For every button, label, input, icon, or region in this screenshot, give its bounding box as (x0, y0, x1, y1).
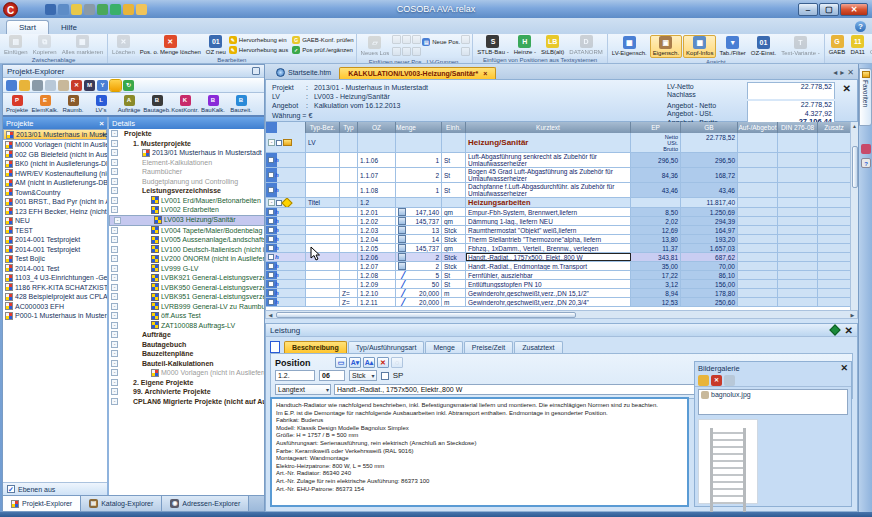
cell-kurz[interactable]: Therm Stellantrieb "Thermozone"alpha, li… (466, 235, 631, 243)
cell-kurz[interactable]: Dämmung 1-lag., liefern NEU (466, 217, 631, 225)
move-up-icon[interactable]: A▴ (363, 357, 375, 368)
tree-item[interactable]: -LV002 Erdarbeiten (109, 205, 264, 215)
row-checkbox[interactable] (268, 290, 274, 296)
tree-item[interactable]: -Aufträge (109, 330, 264, 340)
project-list-item[interactable]: BK0 (nicht in Auslieferungs-DB) (3, 159, 107, 169)
expand-icon[interactable]: - (111, 227, 118, 234)
tree-item[interactable]: -LV004 Tapete/Maler/Bodenbelag (109, 226, 264, 236)
tree-item[interactable]: -ZAT100088 Auftrags-LV (109, 321, 264, 331)
refresh-icon[interactable]: ↻ (123, 80, 134, 91)
collapse-icon[interactable]: - (268, 199, 275, 206)
ribbon-button-neue-pos-[interactable]: ▤Neue Pos. (422, 37, 460, 47)
close-icon[interactable]: ✕ (843, 83, 851, 94)
cell-kurz[interactable]: Luft-Abgasführung senkrecht als Zubehör … (466, 153, 631, 167)
nav-button-projekte[interactable]: PProjekte (3, 95, 31, 113)
new-project-icon[interactable] (6, 80, 17, 91)
move-down-icon[interactable]: A▾ (349, 357, 361, 368)
nav-button-raumb-[interactable]: RRaumb. (59, 95, 87, 113)
table-row-1.2.10[interactable]: hZ=1.2.10╱20,000mGewinderohr,geschweißt,… (266, 289, 850, 298)
cell-kurz[interactable]: Dachpfanne f.Luft-Abgasdurchführ. als Zu… (466, 183, 631, 197)
tree-item[interactable]: -Bautagebuch (109, 340, 264, 350)
favorites-tab[interactable]: Favoriten (859, 68, 872, 126)
table-row-1.2.08[interactable]: h1.2.08╱5StFernfühler, ausziehbar17,2286… (266, 271, 850, 280)
table-row-1.2.05[interactable]: h1.2.05145,737qmFbhzg., 1xDamm., Verteil… (266, 244, 850, 253)
mini-icon[interactable] (392, 35, 401, 44)
ribbon-button-stlb-bau-[interactable]: SSTLB-Bau - (475, 35, 510, 56)
expand-icon[interactable]: - (114, 217, 121, 224)
lock-icon[interactable]: ◌ (391, 357, 403, 368)
close-icon[interactable]: ✕ (840, 363, 848, 373)
copy-icon[interactable] (724, 375, 735, 386)
project-list-item[interactable]: M000 Vorlagen (nicht in Auslieferu (3, 140, 107, 150)
close-button[interactable]: ✕ (840, 3, 868, 16)
row-checkbox[interactable] (268, 281, 274, 287)
scroll-right-icon[interactable]: ▸ (840, 68, 844, 77)
help-doc-icon[interactable]: ? (861, 158, 871, 168)
project-list-item[interactable]: 123 EFH Becker, Heinz (nicht in A (3, 207, 107, 217)
expand-icon[interactable]: - (111, 246, 118, 253)
leistung-tab-typ-ausf-hrungsart[interactable]: Typ/Ausführungsart (348, 341, 425, 353)
oz-prefix-field[interactable]: 1.2. (275, 370, 315, 381)
close-icon[interactable]: ✕ (847, 68, 854, 77)
tree-item[interactable]: -LV005 Aussenanlage/Landschaftsbau (109, 235, 264, 245)
tree-item[interactable]: -1. Musterprojekte (109, 139, 264, 149)
ribbon-button-gaeb[interactable]: GGAEB (827, 35, 848, 56)
tree-item[interactable]: -M000 Vorlagen (nicht in Auslieferungs-D… (109, 368, 264, 378)
expand-icon[interactable]: - (111, 303, 118, 310)
cell-kurz[interactable]: Bogen 45 Grad Luft-Abgasführung als Zube… (466, 168, 631, 182)
row-checkbox[interactable] (268, 245, 274, 251)
project-list-item[interactable]: 1103_4 U3-Einrichtungen -Gesam (3, 273, 107, 283)
scroll-up-icon[interactable]: ▲ (851, 122, 858, 130)
tree-item[interactable]: -LV100 Deutsch-Italienisch (nicht in Aus… (109, 245, 264, 255)
project-list-item[interactable]: NEU (3, 216, 107, 226)
scroll-left-icon[interactable]: ◀ (266, 311, 275, 319)
nav-button-kostkontr-[interactable]: KKostKontr. (171, 95, 199, 113)
text-kind-select[interactable]: Langtext (275, 384, 331, 395)
row-checkbox[interactable] (268, 299, 274, 305)
cell-kurz[interactable]: Gewinderohr,geschweißt,verz.,DN 20,3/4" (466, 298, 631, 306)
column-header-tree[interactable] (266, 122, 306, 133)
ribbon-button-oz-einst-[interactable]: 01OZ-Einst. (749, 36, 778, 57)
leistung-tab-beschreibung[interactable]: Beschreibung (284, 341, 347, 353)
tree-item[interactable]: -LVRB999 General-LV zu Raumbuch (109, 302, 264, 312)
project-list-item[interactable]: 428 Beispielprojekt aus CPLAN (3, 292, 107, 302)
project-list-item[interactable]: AM (nicht in Auslieferungs-DB) (3, 178, 107, 188)
ribbon-button-onorm-[interactable]: ÖONORM - (868, 35, 872, 56)
row-checkbox[interactable] (268, 236, 274, 242)
ribbon-button-kopieren[interactable]: ⧉Kopieren (31, 35, 59, 56)
expand-icon[interactable]: - (111, 398, 118, 405)
paste-icon[interactable] (58, 80, 69, 91)
preview-icon[interactable] (97, 4, 108, 15)
project-list-item[interactable]: 2013/01 Musterhaus in Musterstad (3, 129, 107, 140)
collapse-icon[interactable]: - (268, 139, 275, 146)
expand-icon[interactable]: - (111, 379, 118, 386)
tree-item[interactable]: -2013/01 Musterhaus in Musterstadt (109, 148, 264, 158)
tree-item[interactable]: -Raumbücher (109, 167, 264, 177)
cell-kurz[interactable]: Handt.-Radiat., 1757x500, Elekt.,800 W (466, 253, 631, 261)
document-tab[interactable]: Startseite.htm (268, 66, 339, 79)
row-checkbox[interactable] (268, 187, 274, 193)
ribbon-button-text-variante-[interactable]: TText-Variante - (779, 36, 822, 57)
tree-item[interactable]: -CPLAN6 Migrierte Projekte (nicht auf Au… (109, 397, 264, 407)
ribbon-button-heinze-[interactable]: HHeinze - (512, 35, 538, 56)
expand-icon[interactable]: - (111, 168, 118, 175)
table-row-1.2.02[interactable]: h1.2.02145,737qmDämmung 1-lag., liefern … (266, 217, 850, 226)
ribbon-tab-start[interactable]: Start (6, 20, 49, 34)
open-folder-icon[interactable] (19, 80, 30, 91)
sp-checkbox[interactable] (381, 372, 389, 380)
mini-icon[interactable] (402, 47, 411, 56)
column-header-zusatz[interactable]: Zusatz (818, 122, 850, 133)
project-list-item[interactable]: P000-1 Musterhaus in Musterstadt (3, 311, 107, 321)
tree-item[interactable]: -Bauzeitenpläne (109, 349, 264, 359)
table-row-1.2.07[interactable]: h1.2.072StckHandt.-Radiat., Endmontage m… (266, 262, 850, 271)
cell-kurz[interactable]: Entlüftungsstopfen PN 10 (466, 280, 631, 288)
save-icon[interactable] (45, 4, 56, 15)
unit-select[interactable]: Stck (349, 370, 377, 381)
table-row-1.2.11[interactable]: hZ=1.2.11╱20,000mGewinderohr,geschweißt,… (266, 298, 850, 307)
expand-icon[interactable]: - (111, 159, 118, 166)
row-checkbox[interactable] (268, 263, 274, 269)
cell-kurz[interactable]: Handt.-Radiat., Endmontage m.Transport (466, 262, 631, 270)
tree-item[interactable]: -LV003 Heizung/Sanitär (109, 215, 264, 226)
expand-icon[interactable]: - (111, 331, 118, 338)
copy-icon[interactable] (45, 80, 56, 91)
